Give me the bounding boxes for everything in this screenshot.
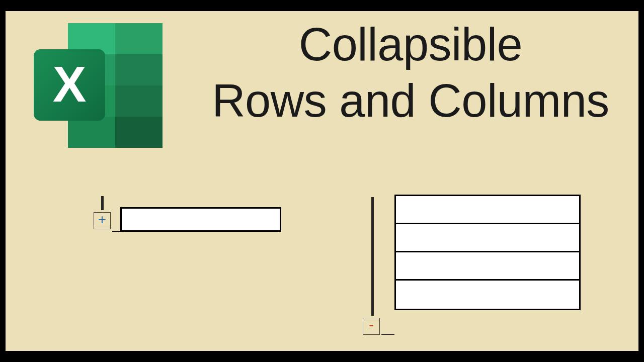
plus-icon: + bbox=[98, 213, 106, 227]
collapsed-group-diagram: + bbox=[90, 196, 301, 241]
collapsed-row-cell bbox=[120, 207, 281, 232]
svg-rect-7 bbox=[115, 117, 163, 148]
title-line-2: Rows and Columns bbox=[192, 72, 629, 129]
outline-bracket-collapsed bbox=[101, 196, 104, 210]
svg-rect-1 bbox=[115, 23, 163, 54]
row-header-divider bbox=[381, 334, 394, 335]
table-row bbox=[396, 224, 579, 252]
collapse-button[interactable]: - bbox=[363, 318, 380, 335]
table-row bbox=[396, 252, 579, 281]
svg-rect-3 bbox=[115, 54, 163, 85]
slide-title: Collapsible Rows and Columns bbox=[192, 16, 629, 129]
title-line-1: Collapsible bbox=[192, 16, 629, 72]
expanded-group-diagram: - bbox=[359, 197, 591, 338]
excel-letter: X bbox=[53, 56, 87, 112]
outline-bracket-expanded bbox=[371, 197, 374, 316]
svg-rect-6 bbox=[68, 117, 115, 148]
excel-icon: X bbox=[29, 20, 170, 151]
row-header-divider bbox=[112, 231, 120, 232]
svg-rect-5 bbox=[115, 85, 163, 117]
expand-button[interactable]: + bbox=[94, 212, 111, 229]
table-row bbox=[396, 196, 579, 224]
table-row bbox=[396, 281, 579, 309]
expanded-rows-cells bbox=[394, 195, 581, 310]
slide-frame: X Collapsible Rows and Columns + - bbox=[0, 6, 644, 356]
